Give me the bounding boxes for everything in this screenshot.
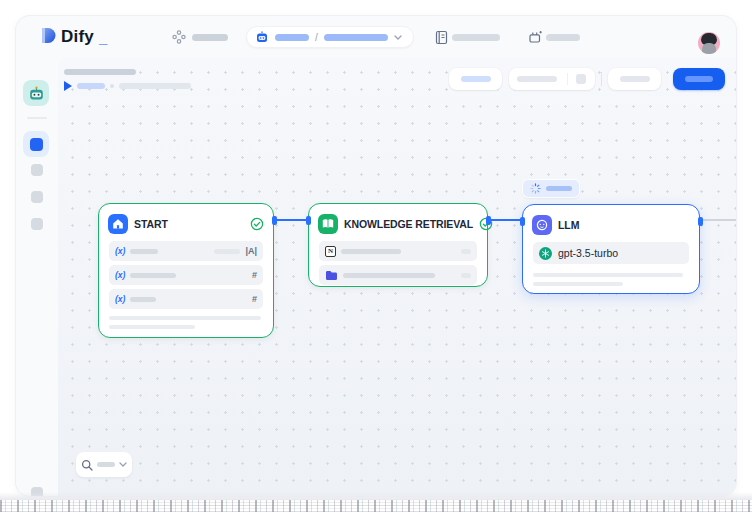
toolbar-divider	[601, 72, 602, 86]
docs-skeleton	[452, 34, 500, 41]
sidebar-item-4[interactable]	[31, 218, 43, 230]
sidebar-item-workflow-active[interactable]	[23, 131, 49, 157]
run-play-icon[interactable]	[64, 81, 72, 91]
publish-button[interactable]	[673, 68, 725, 90]
robot-app-icon	[255, 30, 269, 44]
sidebar-item-2[interactable]	[31, 164, 43, 176]
sidebar-item-3[interactable]	[31, 191, 43, 203]
connector-handle[interactable]	[698, 217, 703, 226]
app-name-skeleton	[275, 34, 309, 41]
dify-logo-icon	[40, 27, 56, 46]
knowledge-node-header: KNOWLEDGE RETRIEVAL	[309, 212, 487, 236]
workflow-canvas[interactable]: START (x) |A| (x) # (x)	[58, 58, 736, 496]
connector-handle[interactable]	[520, 217, 525, 226]
llm-loading-badge	[522, 179, 580, 198]
run-status-row	[64, 81, 191, 91]
user-avatar[interactable]	[698, 32, 720, 54]
breadcrumb-separator: /	[315, 32, 318, 43]
run-info-skeleton	[119, 83, 191, 89]
variable-icon: (x)	[115, 246, 125, 256]
bottom-gradient-band	[0, 492, 752, 500]
variable-icon: (x)	[115, 270, 125, 280]
plugin-skeleton	[546, 34, 580, 41]
description-skeleton	[533, 282, 623, 286]
variable-row[interactable]: (x) #	[109, 289, 263, 309]
preview-button[interactable]	[449, 68, 502, 90]
edge-start-to-knowledge[interactable]	[274, 219, 308, 221]
bottom-noise-artifact	[0, 500, 752, 512]
variable-name-skeleton	[130, 273, 176, 278]
app-window: Dify _ /	[16, 16, 736, 496]
node-title: LLM	[558, 219, 579, 231]
source-name-skeleton	[341, 249, 401, 254]
source-meta-skeleton	[461, 273, 471, 278]
chevron-down-icon	[119, 462, 127, 467]
openai-icon	[539, 247, 552, 260]
knowledge-retrieval-node[interactable]: KNOWLEDGE RETRIEVAL N	[308, 203, 488, 287]
history-label-skeleton	[620, 76, 650, 82]
node-title: START	[134, 218, 168, 230]
llm-node[interactable]: LLM gpt-3.5-turbo	[522, 204, 700, 294]
search-zoom-icon	[81, 459, 93, 471]
top-header-bar: Dify _ /	[16, 16, 736, 58]
features-toggle-icon[interactable]	[576, 74, 586, 84]
sidebar-app-icon[interactable]	[23, 80, 49, 106]
plugin-icon[interactable]	[528, 30, 543, 44]
app-switcher[interactable]: /	[246, 26, 414, 48]
workflow-move-icon[interactable]	[172, 30, 186, 44]
variable-name-skeleton	[130, 249, 158, 254]
logo-text: Dify	[61, 27, 94, 46]
active-item-icon	[30, 138, 43, 151]
features-label-skeleton	[517, 76, 557, 82]
variable-name-skeleton	[130, 297, 156, 302]
start-node-header: START	[99, 212, 273, 236]
sidebar-divider	[27, 117, 47, 119]
edge-llm-outgoing	[700, 219, 736, 221]
run-separator	[110, 84, 114, 88]
badge-label-skeleton	[546, 186, 572, 191]
logo-caret: _	[99, 29, 107, 46]
source-name-skeleton	[343, 273, 435, 278]
llm-brain-icon	[532, 215, 552, 235]
book-icon	[318, 214, 338, 234]
variable-row[interactable]: (x) |A|	[109, 241, 263, 261]
spinner-icon	[530, 183, 541, 194]
zoom-level-skeleton	[97, 462, 115, 467]
home-icon	[108, 214, 128, 234]
success-check-icon	[250, 217, 264, 231]
chevron-down-icon	[394, 35, 402, 40]
variable-icon: (x)	[115, 294, 125, 304]
node-title: KNOWLEDGE RETRIEVAL	[344, 218, 473, 230]
variable-type-number: #	[252, 270, 257, 280]
description-skeleton	[109, 316, 261, 320]
preview-label-skeleton	[461, 76, 491, 82]
connector-handle[interactable]	[272, 216, 277, 225]
knowledge-source-row[interactable]: N	[319, 241, 477, 261]
docs-icon[interactable]	[435, 30, 448, 45]
description-skeleton	[109, 325, 195, 329]
folder-icon	[325, 270, 338, 281]
description-skeleton	[533, 273, 683, 277]
source-meta-skeleton	[461, 249, 471, 254]
history-button[interactable]	[608, 68, 661, 90]
variable-row[interactable]: (x) #	[109, 265, 263, 285]
zoom-control[interactable]	[76, 452, 132, 477]
features-button-group[interactable]	[509, 68, 595, 90]
segment-divider	[567, 73, 568, 85]
notion-icon: N	[325, 246, 336, 257]
knowledge-source-row[interactable]	[319, 265, 477, 285]
left-sidebar	[16, 58, 58, 496]
workflow-title-skeleton	[64, 69, 136, 75]
connector-handle[interactable]	[306, 216, 311, 225]
llm-node-header: LLM	[523, 213, 699, 237]
robot-icon	[28, 85, 45, 102]
workflow-name-skeleton	[324, 34, 388, 41]
nav-skeleton	[192, 34, 228, 41]
publish-label-skeleton	[685, 76, 713, 82]
model-name: gpt-3.5-turbo	[558, 247, 618, 259]
connector-handle[interactable]	[486, 216, 491, 225]
variable-value-skeleton	[214, 249, 240, 254]
start-node[interactable]: START (x) |A| (x) # (x)	[98, 203, 274, 338]
model-selector-row[interactable]: gpt-3.5-turbo	[533, 242, 689, 264]
dify-logo[interactable]: Dify _	[40, 27, 107, 46]
